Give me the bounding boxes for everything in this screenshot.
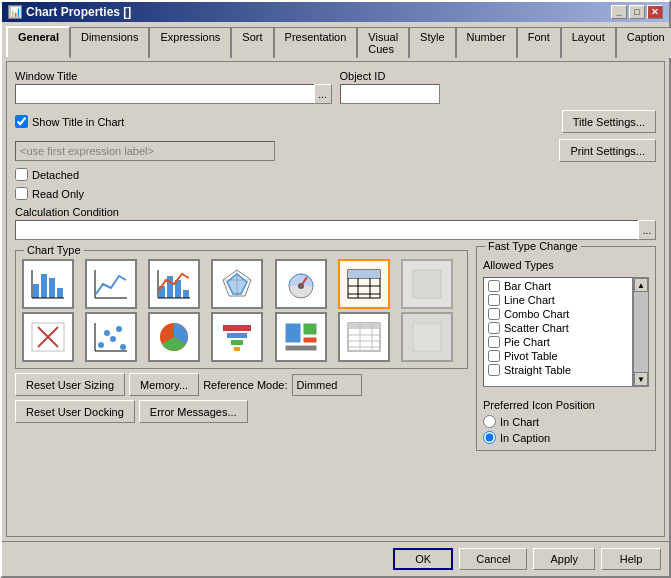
tab-expressions[interactable]: Expressions — [149, 27, 231, 58]
in-chart-radio[interactable] — [483, 415, 496, 428]
title-bar-left: 📊 Chart Properties [] — [8, 5, 131, 19]
list-item: Bar Chart — [485, 279, 631, 293]
chart-icon-straight-table[interactable] — [338, 312, 390, 362]
svg-point-35 — [98, 342, 104, 348]
window-title-input-group: ... — [15, 84, 332, 104]
svg-rect-28 — [348, 270, 358, 278]
read-only-checkbox[interactable] — [15, 187, 28, 200]
reference-mode-group: Reference Mode: Dimmed — [203, 374, 361, 396]
funnel-chart-svg — [219, 319, 255, 355]
in-caption-label: In Caption — [500, 432, 550, 444]
pivot-table-label: Pivot Table — [504, 350, 558, 362]
chart-icon-radar[interactable] — [211, 259, 263, 309]
calc-condition-browse-button[interactable]: ... — [638, 220, 656, 240]
tab-sort[interactable]: Sort — [231, 27, 273, 58]
combo-chart-checkbox[interactable] — [488, 308, 500, 320]
scroll-down-button[interactable]: ▼ — [634, 372, 648, 386]
bar-chart-checkbox[interactable] — [488, 280, 500, 292]
tab-content-general: Window Title ... Object ID CH02 Show Tit… — [6, 61, 665, 537]
allowed-types-label: Allowed Types — [483, 259, 649, 271]
straight-table-checkbox[interactable] — [488, 364, 500, 376]
bar-chart-svg — [30, 266, 66, 302]
chart-icon-treemap[interactable] — [275, 312, 327, 362]
in-caption-radio-row: In Caption — [483, 431, 649, 444]
pie-chart-checkbox[interactable] — [488, 336, 500, 348]
scroll-up-button[interactable]: ▲ — [634, 278, 648, 292]
reference-mode-label: Reference Mode: — [203, 379, 287, 391]
chart-icon-table[interactable] — [338, 259, 390, 309]
chart-icon-combo[interactable] — [148, 259, 200, 309]
chart-properties-window: 📊 Chart Properties [] _ □ ✕ General Dime… — [0, 0, 671, 578]
ok-button[interactable]: OK — [393, 548, 453, 570]
error-messages-button[interactable]: Error Messages... — [139, 400, 248, 423]
tab-visual-cues[interactable]: Visual Cues — [357, 27, 409, 58]
reset-user-docking-button[interactable]: Reset User Docking — [15, 400, 135, 423]
tab-layout[interactable]: Layout — [561, 27, 616, 58]
chart-type-title: Chart Type — [24, 244, 84, 256]
svg-point-39 — [120, 344, 126, 350]
object-id-input[interactable]: CH02 — [340, 84, 440, 104]
svg-rect-3 — [57, 288, 63, 298]
reference-mode-select-group: Dimmed — [292, 374, 362, 396]
minimize-button[interactable]: _ — [611, 5, 627, 19]
chart-icon-funnel[interactable] — [211, 312, 263, 362]
detached-checkbox[interactable] — [15, 168, 28, 181]
svg-rect-45 — [231, 340, 243, 345]
scroll-track — [634, 292, 648, 372]
svg-rect-46 — [234, 347, 240, 351]
tab-number[interactable]: Number — [456, 27, 517, 58]
window-title-input[interactable] — [15, 84, 314, 104]
calc-condition-input-group: ... — [15, 220, 656, 240]
chart-icon-gauge[interactable] — [275, 259, 327, 309]
line-chart-checkbox[interactable] — [488, 294, 500, 306]
tab-general[interactable]: General — [6, 26, 70, 57]
pivot-table-checkbox[interactable] — [488, 350, 500, 362]
pie-chart-svg — [156, 319, 192, 355]
tab-presentation[interactable]: Presentation — [274, 27, 358, 58]
cancel-button[interactable]: Cancel — [459, 548, 527, 570]
svg-rect-43 — [223, 325, 251, 331]
maximize-button[interactable]: □ — [629, 5, 645, 19]
allowed-types-listbox[interactable]: Bar Chart Line Chart Combo Chart — [483, 277, 633, 387]
memory-button[interactable]: Memory... — [129, 373, 199, 396]
reset-user-sizing-button[interactable]: Reset User Sizing — [15, 373, 125, 396]
detached-readOnly-row: Detached — [15, 168, 656, 181]
calc-condition-group: Calculation Condition ... — [15, 206, 656, 240]
tab-font[interactable]: Font — [517, 27, 561, 58]
reference-mode-select[interactable]: Dimmed — [292, 374, 362, 396]
window-title-browse-button[interactable]: ... — [314, 84, 332, 104]
close-button[interactable]: ✕ — [647, 5, 663, 19]
chart-icon-line[interactable] — [85, 259, 137, 309]
error-chart-svg — [30, 319, 66, 355]
tab-style[interactable]: Style — [409, 27, 455, 58]
chart-icon-empty — [401, 259, 453, 309]
help-button[interactable]: Help — [601, 548, 661, 570]
show-title-checkbox[interactable] — [15, 115, 28, 128]
tab-dimensions[interactable]: Dimensions — [70, 27, 149, 58]
straight-table-label: Straight Table — [504, 364, 571, 376]
misc-buttons-row: Reset User Sizing Memory... Reference Mo… — [15, 373, 468, 396]
list-item: Straight Table — [485, 363, 631, 377]
in-caption-radio[interactable] — [483, 431, 496, 444]
svg-rect-30 — [370, 270, 380, 278]
chart-icon-error[interactable] — [22, 312, 74, 362]
table-chart-svg — [346, 266, 382, 302]
tab-caption[interactable]: Caption — [616, 27, 671, 58]
scatter-chart-checkbox[interactable] — [488, 322, 500, 334]
read-only-row: Read Only — [15, 187, 656, 200]
chart-icon-pie[interactable] — [148, 312, 200, 362]
title-settings-button[interactable]: Title Settings... — [562, 110, 656, 133]
title-bar: 📊 Chart Properties [] _ □ ✕ — [2, 2, 669, 22]
radar-chart-svg — [219, 266, 255, 302]
apply-button[interactable]: Apply — [533, 548, 595, 570]
chart-icon-bar[interactable] — [22, 259, 74, 309]
chart-icon-scatter[interactable] — [85, 312, 137, 362]
calc-condition-input[interactable] — [15, 220, 638, 240]
svg-rect-11 — [183, 290, 189, 298]
straight-table-svg — [346, 319, 382, 355]
svg-rect-52 — [348, 323, 380, 329]
listbox-scrollbar[interactable]: ▲ ▼ — [633, 277, 649, 387]
print-settings-button[interactable]: Print Settings... — [559, 139, 656, 162]
pie-chart-label: Pie Chart — [504, 336, 550, 348]
line-chart-label: Line Chart — [504, 294, 555, 306]
